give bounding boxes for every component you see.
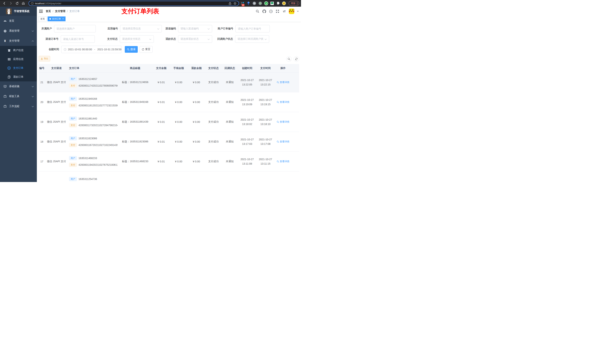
reset-button[interactable]: 重置 — [140, 46, 152, 53]
svg-text:y: y — [266, 2, 267, 4]
tag-pay-order[interactable]: 支付订单 × — [48, 16, 65, 21]
sidebar-item-label: 基础设施 — [9, 85, 32, 88]
command-extension-icon[interactable]: ⌘ — [252, 1, 256, 5]
col-notify-status: 回调状态 — [222, 67, 238, 70]
table-row[interactable]: 20 微信 JSAPI 支付 商户1635311949168 支付4200001… — [39, 92, 299, 112]
merchant-input[interactable] — [54, 25, 96, 32]
extension-grid-icon[interactable]: 10 — [240, 1, 245, 5]
notify-status-select[interactable]: 请选择订单回调商户状态 — [235, 35, 269, 43]
kite-extension-icon[interactable] — [246, 1, 250, 5]
export-button[interactable]: 导出 — [39, 56, 50, 62]
sidebar-toggle-icon[interactable] — [39, 10, 43, 13]
app-title: 芋道管理系统 — [14, 10, 29, 13]
extensions-row: 10 ⌘ y 更新 — [240, 1, 299, 6]
pay-tag: 支付 — [69, 163, 77, 167]
puzzle-extensions-icon[interactable] — [276, 1, 280, 5]
view-detail-link[interactable]: 查看详情 — [277, 120, 289, 124]
fullscreen-icon[interactable] — [275, 9, 280, 13]
pay-status-select[interactable]: 请选择支付状态 — [120, 35, 154, 43]
page-annotation: 支付订单列表 — [121, 7, 159, 15]
site-info-icon[interactable] — [31, 2, 34, 5]
create-time-range-picker[interactable]: 2021-10-01 00:00:00 - 2021-10-31 23:59:5… — [61, 46, 121, 53]
filter-label: 创建时间 — [39, 48, 61, 51]
address-bar[interactable]: localhost:1024/pay/order — [29, 1, 239, 6]
sidebar-item-home[interactable]: 首页 — [0, 16, 37, 26]
table-row[interactable]: 19 微信 JSAPI 支付 商户1635311881440 支付4200001… — [39, 112, 299, 132]
view-detail-link[interactable]: 查看详情 — [277, 81, 289, 84]
chat-extension-icon[interactable] — [270, 1, 274, 5]
chevron-down-icon — [32, 95, 34, 98]
avatar-caret-icon[interactable] — [297, 11, 299, 13]
circle-dot-extension-icon[interactable] — [258, 1, 262, 5]
sidebar-item-system[interactable]: 系统管理 — [0, 26, 37, 36]
merchant-order-no: 1635311468233 — [78, 157, 97, 160]
view-detail-link[interactable]: 查看详情 — [277, 160, 289, 163]
table-row[interactable]: 21 微信 JSAPI 支付 商户1635312124657 支付4200001… — [39, 73, 299, 92]
breadcrumb-current: 支付订单 — [69, 10, 80, 13]
filter-label: 应用编号 — [96, 27, 120, 30]
user-avatar[interactable] — [289, 9, 294, 14]
browser-update-button[interactable]: 更新 — [289, 1, 299, 6]
table-header-row: 编号 支付渠道 支付订单 商品标题 支付金额 手续金额 退款金额 支付状态 回调… — [39, 64, 299, 73]
help-icon[interactable]: ? — [269, 9, 273, 13]
yudao-extension-icon[interactable]: y — [264, 1, 268, 5]
refresh-button[interactable] — [294, 56, 299, 62]
chevron-down-icon — [32, 29, 34, 32]
chevron-down-icon — [265, 37, 267, 41]
col-pay-status: 支付状态 — [205, 67, 222, 70]
filter-row-2: 渠道订单号 支付状态 请选择支付状态 退款状态 请选择退款状态 回调商户状态 请… — [39, 35, 299, 43]
pay-order-table: 编号 支付渠道 支付订单 商品标题 支付金额 手续金额 退款金额 支付状态 回调… — [39, 64, 299, 182]
browser-menu-icon[interactable] — [297, 2, 298, 5]
hide-search-button[interactable] — [286, 56, 292, 62]
table-toolbar: 导出 — [39, 53, 299, 62]
table-row[interactable]: 17 微信 JSAPI 支付 商户1635311468233 支付4200001… — [39, 152, 299, 171]
merchant-order-no: 1635311881440 — [78, 117, 97, 120]
app-logo-bar[interactable]: 芋道管理系统 — [0, 7, 37, 16]
browser-back-button[interactable] — [2, 1, 7, 6]
breadcrumb-pay[interactable]: 支付管理 — [55, 10, 65, 13]
grid-icon — [7, 58, 11, 61]
browser-forward-button[interactable] — [8, 1, 13, 6]
sidebar-item-pay[interactable]: ¥ 支付管理 — [0, 36, 37, 46]
search-icon[interactable] — [256, 9, 259, 13]
merchant-tag: 商户 — [69, 116, 77, 121]
tag-close-icon[interactable]: × — [62, 18, 64, 20]
emoji-extension-icon[interactable] — [282, 1, 286, 5]
github-icon[interactable] — [262, 9, 266, 13]
breadcrumb-home[interactable]: 首页 — [46, 10, 51, 13]
chevron-down-icon — [149, 37, 151, 41]
col-refund-amount: 退款金额 — [188, 67, 205, 70]
clock-icon — [64, 48, 66, 51]
sidebar-item-workflow[interactable]: 工作流程 — [0, 101, 37, 111]
merchant-order-no: 1635311949168 — [78, 97, 97, 100]
search-button[interactable]: 搜索 — [125, 46, 138, 53]
date-start[interactable]: 2021-10-01 00:00:00 — [68, 48, 92, 51]
sidebar-item-merchant-info[interactable]: 商户信息 — [0, 46, 37, 55]
sidebar-item-refund-order[interactable]: 退款订单 — [0, 73, 37, 81]
app-select[interactable]: 请选择应用信息 — [120, 25, 162, 32]
sidebar-item-label: 退款订单 — [13, 75, 34, 79]
chevron-down-icon — [32, 85, 34, 88]
refund-status-select[interactable]: 请选择退款状态 — [178, 35, 212, 43]
tag-home[interactable]: 首页 — [39, 16, 47, 21]
view-detail-link[interactable]: 查看详情 — [277, 140, 289, 143]
table-row[interactable]: 18 微信 JSAPI 支付 商户1635311823086 支付4200001… — [39, 132, 299, 152]
date-end[interactable]: 2021-10-31 23:59:59 — [97, 48, 121, 51]
gear-icon — [3, 29, 7, 32]
channel-order-no-input[interactable] — [61, 35, 95, 43]
browser-reload-button[interactable] — [14, 1, 20, 6]
filter-label: 商户订单编号 — [212, 27, 236, 30]
view-detail-link[interactable]: 查看详情 — [277, 100, 289, 104]
sidebar-item-pay-order[interactable]: ¥ 支付订单 — [0, 64, 37, 73]
channel-code-select[interactable]: 请输入渠道编码 — [178, 25, 212, 32]
share-icon[interactable] — [228, 1, 232, 5]
browser-home-button[interactable] — [21, 1, 26, 6]
sidebar-item-dev-tools[interactable]: 研发工具 — [0, 91, 37, 101]
sidebar-item-infra[interactable]: 基础设施 — [0, 81, 37, 91]
filter-label: 所属商户 — [39, 27, 54, 30]
bookmark-star-icon[interactable] — [233, 1, 237, 5]
pay-tag: 支付 — [69, 83, 77, 88]
sidebar-item-app-info[interactable]: 应用信息 — [0, 55, 37, 64]
merchant-order-no-input[interactable] — [236, 25, 270, 32]
font-size-icon[interactable]: тT — [282, 9, 286, 13]
